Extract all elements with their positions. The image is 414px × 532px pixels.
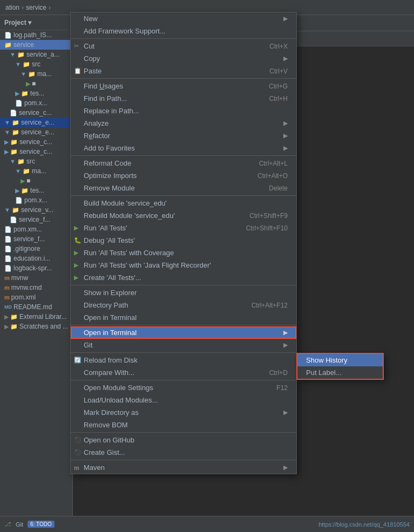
tree-item-label: mvnw.cmd: [11, 284, 42, 291]
menu-open-terminal[interactable]: Open in Terminal: [71, 311, 296, 324]
menu-cut[interactable]: ✂ Cut Ctrl+X: [71, 40, 296, 52]
menu-sep-2: [71, 78, 296, 79]
menu-remove-bom[interactable]: Remove BOM: [71, 419, 296, 431]
tree-item-tes2[interactable]: ▶ 📁 tes...: [0, 186, 72, 195]
tree-item-pom3[interactable]: 📄 pom.xm...: [0, 224, 72, 234]
tree-item-label: pom.xm...: [13, 226, 42, 233]
tree-item-src2[interactable]: ▼ 📁 src: [0, 156, 72, 166]
tree-item-service-c3[interactable]: ▶ 📁 service_c...: [0, 147, 72, 156]
tree-item-label: pom.xml: [11, 294, 36, 301]
debug-icon: 🐛: [74, 237, 82, 244]
menu-load-unload[interactable]: Load/Unload Modules...: [71, 394, 296, 406]
tree-item-service-e1[interactable]: ▼ 📁 service_e...: [0, 118, 72, 127]
tree-item-service-f2[interactable]: 📄 service_f...: [0, 234, 72, 244]
menu-run-all-tests[interactable]: ▶ Run 'All Tests' Ctrl+Shift+F10: [71, 222, 296, 234]
menu-rebuild-module[interactable]: Rebuild Module 'service_edu' Ctrl+Shift+…: [71, 209, 296, 222]
menu-dir-path[interactable]: Directory Path Ctrl+Alt+F12: [71, 299, 296, 311]
menu-find-path[interactable]: Find in Path... Ctrl+H: [71, 92, 296, 105]
context-menu: New ▶ Add Framework Support... ✂ Cut Ctr…: [70, 12, 297, 474]
submenu-show-history[interactable]: Show History: [297, 354, 383, 366]
put-label-label: Put Label...: [306, 369, 342, 377]
folder-icon: ▼ 📁: [21, 71, 36, 78]
tree-item-scratches[interactable]: ▶ 📁 Scratches and ...: [0, 322, 72, 331]
tree-item-label: education.i...: [13, 255, 50, 262]
folder-icon: ▼ 📁: [4, 119, 19, 126]
tree-item-label: service: [13, 41, 34, 49]
folder-icon: ▼ 📁: [15, 61, 30, 68]
tree-item-label: ■: [32, 80, 36, 87]
run-coverage-icon: ▶: [74, 249, 78, 256]
menu-copy[interactable]: Copy ▶: [71, 52, 296, 65]
tree-item-extlibs[interactable]: ▶ 📁 External Librar...: [0, 312, 72, 322]
github-icon: ⚫: [74, 436, 82, 444]
file-icon: 📄: [10, 216, 17, 223]
tree-item-ma2[interactable]: ▼ 📁 ma...: [0, 166, 72, 176]
menu-show-explorer[interactable]: Show in Explorer: [71, 287, 296, 299]
menu-find-usages[interactable]: Find Usages Ctrl+G: [71, 80, 296, 92]
tree-item-gitignore[interactable]: 📄 .gitignore: [0, 244, 72, 254]
menu-reformat[interactable]: Reformat Code Ctrl+Alt+L: [71, 157, 296, 169]
paste-icon: 📋: [74, 67, 82, 74]
tree-item-education[interactable]: 📄 education.i...: [0, 254, 72, 263]
menu-debug-all-tests[interactable]: 🐛 Debug 'All Tests': [71, 234, 296, 247]
menu-local-history[interactable]: Open in Terminal ▶: [71, 326, 296, 339]
menu-maven[interactable]: m Maven ▶: [71, 461, 296, 474]
tree-item-label: External Librar...: [19, 313, 66, 320]
tree-item-service-c1[interactable]: 📄 service_c...: [0, 108, 72, 118]
menu-paste[interactable]: 📋 Paste Ctrl+V: [71, 65, 296, 77]
menu-add-framework[interactable]: Add Framework Support...: [71, 25, 296, 37]
menu-run-coverage[interactable]: ▶ Run 'All Tests' with Coverage: [71, 247, 296, 259]
menu-add-favorites[interactable]: Add to Favorites ▶: [71, 142, 296, 154]
tree-item-service-e2[interactable]: ▼ 📁 service_e...: [0, 127, 72, 137]
menu-optimize-imports[interactable]: Optimize Imports Ctrl+Alt+O: [71, 169, 296, 182]
tree-item-logback[interactable]: 📄 logback-spr...: [0, 263, 72, 273]
tree-item-service-v[interactable]: ▼ 📁 service_v...: [0, 205, 72, 215]
menu-open-github[interactable]: ⚫ Open on GitHub: [71, 434, 296, 446]
todo-badge[interactable]: 6: TODO: [28, 521, 55, 528]
menu-build-module[interactable]: Build Module 'service_edu': [71, 197, 296, 209]
tree-item-service-f[interactable]: 📄 service_f...: [0, 215, 72, 224]
folder-icon: ▼ 📁: [4, 207, 19, 214]
menu-new[interactable]: New ▶: [71, 12, 296, 25]
tree-item-mvnwcmd[interactable]: m mvnw.cmd: [0, 283, 72, 292]
menu-compare-with[interactable]: Compare With... Ctrl+D: [71, 366, 296, 379]
tree-item-r2[interactable]: ▶ ■: [0, 176, 72, 186]
folder-icon: ▼ 📁: [4, 129, 19, 136]
tree-item-label: pom.x...: [24, 196, 47, 204]
file-icon: 📄: [4, 32, 12, 39]
tree-item-ma[interactable]: ▼ 📁 ma...: [0, 69, 72, 79]
tree-item-log[interactable]: 📄 log.path_IS...: [0, 30, 72, 40]
menu-create-tests[interactable]: ▶ Create 'All Tests'...: [71, 271, 296, 284]
status-right: https://blog.csdn.net/qq_41810554: [318, 521, 410, 528]
tree-item-service-a[interactable]: ▼ 📁 service_a...: [0, 50, 72, 59]
tree-item-pom2[interactable]: 📄 pom.x...: [0, 195, 72, 205]
file-icon: m: [4, 294, 10, 301]
menu-replace-path[interactable]: Replace in Path...: [71, 105, 296, 117]
menu-refactor[interactable]: Refactor ▶: [71, 129, 296, 142]
tree-item-service-c2[interactable]: ▶ 📁 service_c...: [0, 137, 72, 147]
menu-create-gist[interactable]: ⚫ Create Gist...: [71, 446, 296, 459]
tree-item-src[interactable]: ▼ 📁 src: [0, 59, 72, 69]
tree-item-label: service_e...: [21, 119, 54, 126]
menu-remove-module[interactable]: Remove Module Delete: [71, 182, 296, 194]
menu-sep-5: [71, 285, 296, 285]
menu-module-settings[interactable]: Open Module Settings F12: [71, 381, 296, 394]
file-icon: 📄: [4, 255, 12, 262]
tree-item-pom4[interactable]: m pom.xml: [0, 292, 72, 302]
tree-item-service[interactable]: 📁 service: [0, 40, 72, 50]
tree-item-r1[interactable]: ▶ ■: [0, 79, 72, 88]
tree-item-label: src: [26, 158, 35, 165]
menu-reload-disk[interactable]: 🔄 Reload from Disk: [71, 354, 296, 366]
tree-item-pom[interactable]: 📄 pom.x...: [0, 98, 72, 108]
tree-item-label: ma...: [37, 70, 52, 78]
menu-run-flight[interactable]: ▶ Run 'All Tests' with 'Java Flight Reco…: [71, 259, 296, 271]
tree-item-mvnw[interactable]: m mvnw: [0, 273, 72, 283]
menu-mark-dir[interactable]: Mark Directory as ▶: [71, 406, 296, 419]
menu-analyze[interactable]: Analyze ▶: [71, 117, 296, 129]
menu-sep-7: [71, 352, 296, 353]
file-icon: 📄: [10, 110, 17, 117]
submenu-put-label[interactable]: Put Label...: [297, 366, 383, 379]
tree-item-tes[interactable]: ▶ 📁 tes...: [0, 88, 72, 98]
tree-item-readme[interactable]: MD README.md: [0, 302, 72, 312]
menu-git[interactable]: Git ▶: [71, 339, 296, 351]
